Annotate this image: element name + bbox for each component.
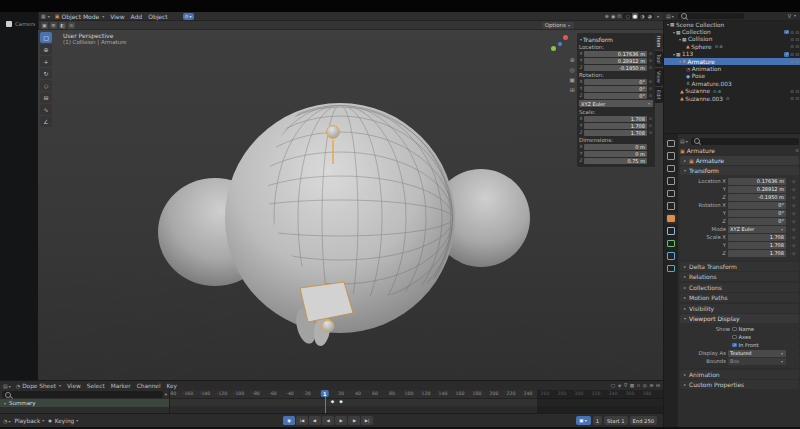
- sync-dropdown[interactable]: ▣▾: [576, 416, 590, 425]
- decorator-icons[interactable]: · ⊙: [788, 179, 797, 184]
- render-icon[interactable]: ⊡: [795, 30, 799, 35]
- outliner-search-input[interactable]: [678, 13, 744, 19]
- auto-keying-toggle[interactable]: ●: [48, 418, 52, 423]
- camera-view-icon[interactable]: ▣: [569, 76, 575, 83]
- current-frame-field[interactable]: 1: [593, 416, 602, 425]
- properties-search-input[interactable]: [691, 138, 799, 145]
- properties-tab-world[interactable]: [666, 201, 677, 212]
- measure-tool[interactable]: ∠: [40, 116, 52, 127]
- outliner-row-animation[interactable]: ◔Animation: [664, 65, 800, 72]
- filter-toggle[interactable]: ▾: [165, 392, 167, 397]
- physics-icon[interactable]: ⊚: [719, 44, 723, 49]
- outliner-row-suzanne-003[interactable]: ▲Suzanne.003⊙⊙⊡: [664, 95, 800, 102]
- transform-orientation-icon[interactable]: ⊞: [50, 22, 57, 29]
- modifier-icon[interactable]: ⊙: [715, 44, 719, 49]
- rotation-x-field[interactable]: 0°: [584, 79, 647, 85]
- scale-z-field[interactable]: 1.708: [584, 130, 647, 136]
- proportional-icon[interactable]: ◎: [643, 383, 647, 388]
- decorator-icons[interactable]: · ⊙: [788, 227, 797, 232]
- render-icon[interactable]: ⊡: [795, 59, 799, 64]
- menu-channel[interactable]: Channel: [136, 383, 162, 389]
- decorator-icons[interactable]: · ⊙: [788, 211, 797, 216]
- field-rotation-x[interactable]: 0°: [728, 202, 786, 209]
- rotation-z-field[interactable]: 0°: [584, 93, 647, 99]
- location-z-field[interactable]: -0.1950 m: [584, 65, 647, 71]
- mode-dropdown[interactable]: ▣ Object Mode ▾: [55, 13, 106, 20]
- panel-visibility[interactable]: ▸Visibility: [680, 304, 799, 313]
- n-panel-tab-view[interactable]: View: [655, 68, 663, 86]
- field-z[interactable]: -0.1950 m: [728, 194, 786, 201]
- panel-relations[interactable]: ▸Relations: [680, 272, 799, 281]
- decorator-icons[interactable]: ·: [788, 343, 797, 348]
- n-panel-tab-item[interactable]: Item: [655, 33, 663, 50]
- exclude-checkbox[interactable]: [784, 30, 789, 35]
- bounds-dropdown[interactable]: Box▾: [728, 358, 786, 365]
- rotation-y-field[interactable]: 0°: [584, 86, 647, 92]
- field-mode[interactable]: XYZ Euler▾: [728, 226, 786, 233]
- exclude-checkbox[interactable]: [784, 52, 789, 57]
- decorator-icons[interactable]: · ⊙: [788, 243, 797, 248]
- dimensions-x-field[interactable]: 0 m: [584, 144, 647, 150]
- keyframe-diamond[interactable]: ◆: [331, 399, 334, 404]
- field-scale-x[interactable]: 1.708: [728, 234, 786, 241]
- viewport-display-panel-header[interactable]: ▾Viewport Display: [680, 314, 799, 323]
- show-gizmo-icon[interactable]: ⊕: [605, 13, 609, 19]
- dimensions-y-field[interactable]: 0 m: [584, 151, 647, 157]
- location-x-field[interactable]: 0.17636 m: [584, 51, 647, 57]
- panel-collections[interactable]: ▸Collections: [680, 283, 799, 292]
- transform-tool[interactable]: ⊞: [40, 92, 52, 103]
- lock-icon[interactable]: ⊙: [648, 116, 653, 121]
- lock-icon[interactable]: ⊙: [648, 86, 653, 91]
- viewport-canvas[interactable]: User Perspective (1) Collision | Armatur…: [38, 30, 663, 380]
- pivot-point-icon[interactable]: ◧: [59, 22, 66, 29]
- shading-wireframe-icon[interactable]: ○: [624, 13, 630, 19]
- lock-icon[interactable]: ⊙: [648, 65, 653, 70]
- shading-solid-icon[interactable]: ●: [632, 13, 638, 19]
- show-hidden-icon[interactable]: ◈: [618, 383, 622, 388]
- render-icon[interactable]: ⊡: [795, 89, 799, 94]
- cursor-tool[interactable]: ⊕: [40, 44, 52, 55]
- menu-view[interactable]: View: [109, 13, 125, 20]
- copy-icon[interactable]: ⊞: [649, 383, 653, 388]
- play-reverse-button[interactable]: ◀: [322, 416, 334, 425]
- only-selected-icon[interactable]: ▢: [611, 383, 616, 388]
- scale-tool[interactable]: ◇: [40, 80, 52, 91]
- channel-search-input[interactable]: [2, 391, 163, 398]
- expand-caret[interactable]: ▾: [679, 59, 681, 64]
- lock-icon[interactable]: ⊙: [648, 79, 653, 84]
- chevron-down-icon[interactable]: ▾: [657, 14, 659, 19]
- menu-select[interactable]: Select: [86, 383, 106, 389]
- outliner-row-armature[interactable]: ▾⋔Armature⊙⊡: [664, 58, 800, 65]
- object-id-block[interactable]: ▸ ▣ Armature: [680, 156, 799, 165]
- filter-icon[interactable]: ∇: [624, 383, 627, 388]
- hide-icon[interactable]: ⊙: [790, 89, 794, 94]
- properties-tab-physics[interactable]: [666, 251, 677, 262]
- properties-tab-scene[interactable]: [666, 188, 677, 199]
- n-panel-tab-edit[interactable]: Edit: [655, 87, 663, 103]
- camera-viewport-strip[interactable]: Camera: [0, 12, 39, 380]
- rotate-tool[interactable]: ↻: [40, 68, 52, 79]
- frame-end-field[interactable]: End 250: [630, 416, 657, 425]
- zoom-icon[interactable]: ⊕: [569, 56, 575, 63]
- decorator-icons[interactable]: · ⊙: [788, 187, 797, 192]
- keying-dropdown[interactable]: Keying▾: [55, 418, 80, 424]
- outliner-row-suzanne[interactable]: ▲Suzanne⊙⊕⊙⊡: [664, 88, 800, 95]
- frame-start-field[interactable]: Start 1: [604, 416, 628, 425]
- decorator-icons[interactable]: · ⊙: [788, 203, 797, 208]
- menu-view[interactable]: View: [66, 383, 82, 389]
- scale-x-field[interactable]: 1.708: [584, 116, 647, 122]
- hide-icon[interactable]: ⊙: [790, 96, 794, 101]
- outliner-row-collection[interactable]: ▾▦Collection⊙⊡: [664, 28, 800, 35]
- dope-sheet-mode-dropdown[interactable]: ◔ Dope Sheet▾: [16, 383, 62, 389]
- move-tool[interactable]: +: [40, 56, 52, 67]
- axis-y-handle[interactable]: [551, 46, 556, 51]
- scale-y-field[interactable]: 1.708: [584, 123, 647, 129]
- chevron-down-icon[interactable]: ▾: [794, 13, 796, 19]
- decorator-icons[interactable]: · ⊙: [788, 195, 797, 200]
- decorator-icons[interactable]: ·: [788, 335, 797, 340]
- lock-icon[interactable]: ⊙: [648, 58, 653, 63]
- jump-to-start-button[interactable]: |◀: [296, 416, 308, 425]
- display-as-dropdown[interactable]: Textured▾: [728, 350, 786, 357]
- checkbox-name[interactable]: Name: [732, 326, 786, 332]
- snap-icon[interactable]: ∩: [637, 383, 641, 388]
